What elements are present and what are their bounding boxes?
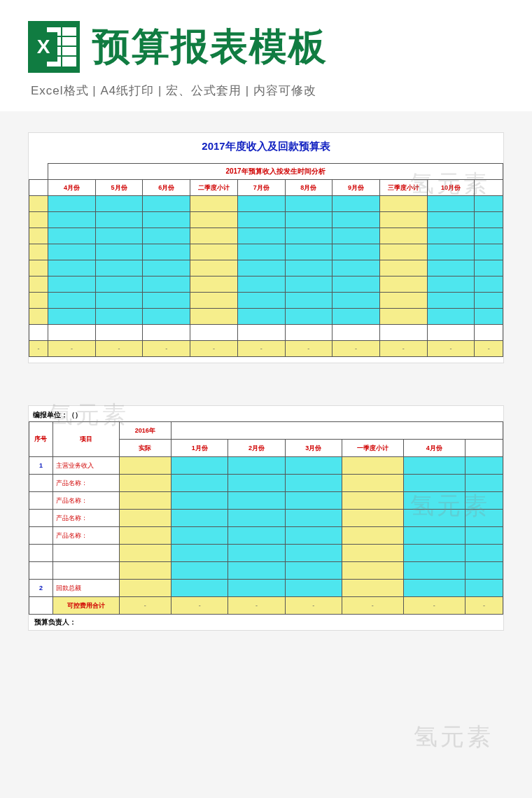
svg-text:X: X xyxy=(37,36,50,57)
col-5month: 5月份 xyxy=(95,180,143,196)
col-seq: 序号 xyxy=(29,422,53,457)
preview-sheet-2: 编报单位：（） 序号 项目 2016年 实际 1月份 2月份 3月份 一季度小计… xyxy=(28,405,504,631)
sheet2-header-row-1: 序号 项目 2016年 xyxy=(29,422,503,440)
preview-sheet-1: 2017年度收入及回款预算表 2017年预算收入按发生时间分析 4月份 5月份 … xyxy=(28,132,504,363)
table-row xyxy=(29,228,503,244)
table-row: 产品名称： xyxy=(29,492,503,510)
table-row xyxy=(29,545,503,562)
row-product-name: 产品名称： xyxy=(52,527,119,545)
table-row xyxy=(29,293,503,309)
table-row xyxy=(29,325,503,341)
row-cost-total: 可控费用合计 xyxy=(52,597,119,615)
table-row: 产品名称： xyxy=(29,527,503,545)
sheet2-total-row: 可控费用合计 --- ---- xyxy=(29,597,503,615)
row-1-idx: 1 xyxy=(29,457,53,475)
table-row: 2 回款总额 xyxy=(29,580,503,597)
sheet1-band: 2017年预算收入按发生时间分析 xyxy=(48,164,503,180)
title-row: X 预算报表模板 xyxy=(28,21,504,73)
table-row: 1 主营业务收入 xyxy=(29,457,503,475)
template-header: X 预算报表模板 Excel格式 | A4纸打印 | 宏、公式套用 | 内容可修… xyxy=(0,0,532,111)
table-row xyxy=(29,562,503,580)
table-row xyxy=(29,212,503,228)
table-row: 产品名称： xyxy=(29,510,503,527)
col-1month: 1月份 xyxy=(172,440,228,457)
col-prev-year: 2016年 xyxy=(119,422,171,440)
col-q2: 二季度小计 xyxy=(190,180,238,196)
col-10month: 10月份 xyxy=(427,180,475,196)
sheet2-table: 序号 项目 2016年 实际 1月份 2月份 3月份 一季度小计 4月份 1 主… xyxy=(29,421,503,615)
row-2-idx: 2 xyxy=(29,580,53,597)
col-4month: 4月份 xyxy=(48,180,96,196)
table-row xyxy=(29,309,503,325)
col-8month: 8月份 xyxy=(285,180,332,196)
col-q3: 三季度小计 xyxy=(379,180,427,196)
row-product-name: 产品名称： xyxy=(52,492,119,510)
table-row xyxy=(29,260,503,276)
page-subtitle: Excel格式 | A4纸打印 | 宏、公式套用 | 内容可修改 xyxy=(31,83,504,99)
col-item: 项目 xyxy=(52,422,119,457)
sheet1-title: 2017年度收入及回款预算表 xyxy=(29,136,503,160)
sheet1-header-row: 4月份 5月份 6月份 二季度小计 7月份 8月份 9月份 三季度小计 10月份 xyxy=(29,180,503,196)
page-title: 预算报表模板 xyxy=(92,22,328,73)
col-6month: 6月份 xyxy=(143,180,190,196)
table-row: 产品名称： xyxy=(29,475,503,492)
col-q1: 一季度小计 xyxy=(342,440,403,457)
col-actual: 实际 xyxy=(119,440,171,457)
footer-responsible: 预算负责人： xyxy=(29,615,503,630)
excel-icon: X xyxy=(28,21,80,73)
col-9month: 9月份 xyxy=(332,180,380,196)
row-collection-total: 回款总额 xyxy=(52,580,119,597)
table-row xyxy=(29,276,503,293)
sheet1-table: 2017年预算收入按发生时间分析 4月份 5月份 6月份 二季度小计 7月份 8… xyxy=(29,163,503,357)
row-product-name: 产品名称： xyxy=(52,510,119,527)
row-product-name: 产品名称： xyxy=(52,475,119,492)
watermark: 氢元素 xyxy=(414,721,493,753)
col-7month: 7月份 xyxy=(237,180,285,196)
row-main-income: 主营业务收入 xyxy=(52,457,119,475)
col-2month: 2月份 xyxy=(228,440,285,457)
table-row xyxy=(29,244,503,260)
col-4month-b: 4月份 xyxy=(403,440,465,457)
unit-label: 编报单位：（） xyxy=(29,409,503,421)
sheet1-total-row: - --- --- ---- xyxy=(29,341,503,357)
table-row xyxy=(29,196,503,212)
col-3month: 3月份 xyxy=(285,440,342,457)
